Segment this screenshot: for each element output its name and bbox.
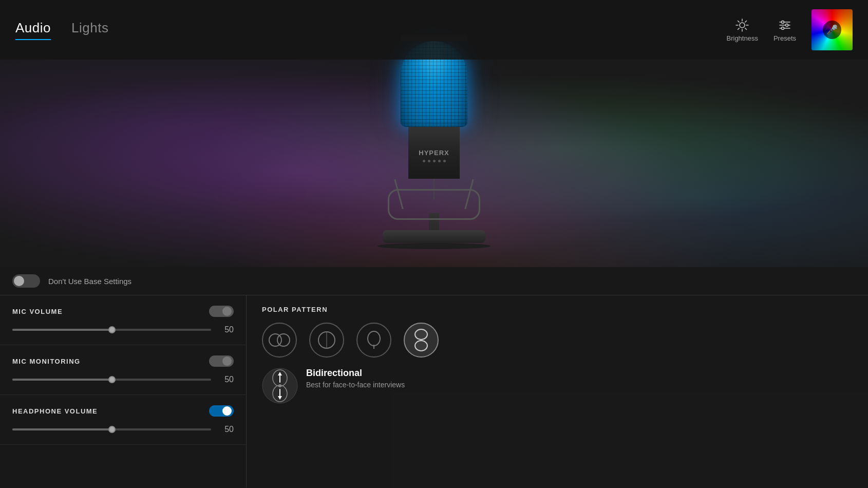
mic-volume-section: MIC VOLUME 50: [0, 295, 246, 345]
brightness-label: Brightness: [727, 34, 758, 42]
headphone-volume-value: 50: [219, 425, 234, 434]
svg-point-14: [781, 27, 784, 29]
svg-point-12: [781, 21, 784, 23]
svg-point-25: [278, 384, 281, 387]
headphone-volume-header: HEADPHONE VOLUME: [12, 405, 234, 417]
headphone-volume-title: HEADPHONE VOLUME: [12, 407, 98, 415]
mic-monitoring-track[interactable]: [12, 379, 211, 381]
svg-point-0: [740, 23, 745, 28]
mic-monitoring-header: MIC MONITORING: [12, 355, 234, 367]
polar-pattern-icons: [262, 323, 853, 358]
mic-monitoring-value: 50: [219, 375, 234, 384]
mic-volume-toggle[interactable]: [209, 306, 234, 317]
tab-lights[interactable]: Lights: [71, 20, 108, 40]
presets-control[interactable]: Presets: [773, 18, 796, 42]
mic-led-row: [423, 160, 446, 162]
two-cols: MIC VOLUME 50 MIC MONITORING: [0, 295, 868, 487]
headphone-volume-toggle[interactable]: [209, 405, 234, 417]
mic-monitoring-section: MIC MONITORING 50: [0, 345, 246, 395]
mic-monitoring-slider-row: 50: [12, 375, 234, 384]
tab-audio[interactable]: Audio: [15, 20, 51, 40]
mic-volume-fill: [12, 329, 112, 331]
svg-point-16: [277, 334, 290, 346]
mic-body: HYPERX: [408, 127, 460, 178]
presets-icon: [778, 18, 792, 32]
headphone-volume-slider-row: 50: [12, 425, 234, 434]
polar-desc-description: Best for face-to-face interviews: [306, 381, 405, 389]
mic-monitoring-thumb[interactable]: [108, 376, 116, 383]
right-col: POLAR PATTERN: [247, 295, 868, 487]
mic-mount-ring: [388, 189, 480, 220]
mic-base: [383, 230, 485, 243]
svg-point-21: [415, 341, 427, 351]
mic-base-bottom: [378, 243, 490, 249]
polar-desc-icon: [262, 368, 298, 404]
controls-area: Don't Use Base Settings MIC VOLUME: [0, 267, 868, 488]
header: Audio Lights Brightness: [0, 0, 868, 60]
mic-volume-slider-row: 50: [12, 325, 234, 334]
svg-line-8: [738, 28, 740, 29]
mic-led-4: [438, 160, 441, 162]
toggle-bar: Don't Use Base Settings: [0, 267, 868, 295]
svg-line-6: [745, 28, 747, 29]
base-settings-toggle[interactable]: [12, 274, 40, 288]
base-settings-label: Don't Use Base Settings: [48, 277, 131, 286]
svg-point-20: [415, 329, 427, 340]
brightness-control[interactable]: Brightness: [727, 18, 758, 42]
mic-monitoring-title: MIC MONITORING: [12, 358, 81, 365]
mic-mount: [383, 179, 485, 213]
preset-thumbnail-bg: 🎤: [812, 9, 853, 50]
svg-point-13: [785, 24, 788, 26]
polar-pattern-title: POLAR PATTERN: [262, 306, 853, 313]
mic-brand-label: HYPERX: [419, 149, 449, 157]
svg-line-7: [745, 21, 747, 22]
presets-label: Presets: [773, 34, 796, 42]
polar-description: Bidirectional Best for face-to-face inte…: [262, 368, 853, 404]
headphone-volume-thumb[interactable]: [108, 426, 116, 433]
header-right: Brightness Presets 🎤: [727, 9, 853, 50]
nav-tabs: Audio Lights: [15, 20, 108, 40]
left-col: MIC VOLUME 50 MIC MONITORING: [0, 295, 247, 487]
mic-volume-title: MIC VOLUME: [12, 308, 63, 315]
headphone-volume-fill: [12, 428, 112, 430]
polar-omnidirectional[interactable]: [356, 323, 391, 358]
mic-volume-toggle-knob: [222, 307, 232, 316]
polar-stereo[interactable]: [262, 323, 297, 358]
mic-volume-header: MIC VOLUME: [12, 306, 234, 317]
preset-thumbnail[interactable]: 🎤: [812, 9, 853, 50]
mic-led-5: [443, 160, 446, 162]
headphone-volume-track[interactable]: [12, 428, 211, 430]
mic-volume-thumb[interactable]: [108, 326, 116, 333]
mic-monitoring-toggle[interactable]: [209, 355, 234, 367]
mic-led-1: [423, 160, 425, 162]
mic-led-2: [428, 160, 430, 162]
headphone-volume-section: HEADPHONE VOLUME 50: [0, 395, 246, 445]
mic-volume-value: 50: [219, 325, 234, 334]
mic-volume-track[interactable]: [12, 329, 211, 331]
polar-bidirectional[interactable]: [404, 323, 439, 358]
polar-desc-text: Bidirectional Best for face-to-face inte…: [306, 368, 405, 389]
toggle-knob: [14, 276, 24, 286]
mic-led-3: [433, 160, 436, 162]
headphone-volume-toggle-knob: [222, 406, 232, 416]
brightness-icon: [735, 18, 749, 32]
microphone: HYPERX: [367, 33, 501, 249]
mic-monitoring-fill: [12, 379, 112, 381]
polar-desc-name: Bidirectional: [306, 368, 405, 379]
mic-monitoring-toggle-knob: [222, 356, 232, 366]
svg-line-5: [738, 21, 740, 22]
svg-point-18: [368, 331, 380, 346]
polar-cardioid[interactable]: [309, 323, 344, 358]
preset-mic-icon: 🎤: [823, 21, 841, 39]
